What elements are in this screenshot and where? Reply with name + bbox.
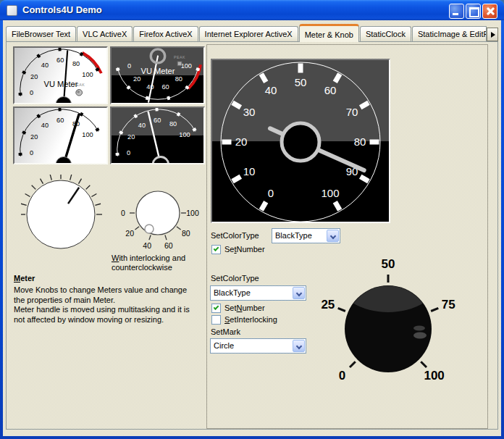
svg-text:0: 0 [339,369,345,382]
setinterlocking-label[interactable]: SetInterlocking [224,315,277,324]
app-icon [7,5,17,16]
svg-text:60: 60 [324,84,337,96]
setnumber-label-meter[interactable]: SetNumber [224,245,265,254]
svg-text:40: 40 [41,122,49,129]
svg-text:80: 80 [182,229,190,238]
combo-value: Circle [214,341,234,350]
svg-text:0: 0 [127,62,131,70]
svg-text:20: 20 [235,135,248,148]
close-button[interactable] [482,4,497,19]
svg-text:20: 20 [133,75,140,83]
svg-text:100: 100 [321,187,339,199]
svg-text:60: 60 [161,83,169,91]
svg-text:80: 80 [72,60,80,67]
setnumber-checkbox-knob[interactable] [211,304,221,313]
svg-text:VU Meter: VU Meter [140,67,175,75]
main-knob[interactable]: 0255075100 [316,259,471,401]
meter-light: 020406080100 [13,106,108,164]
maximize-button[interactable] [466,4,481,19]
svg-text:0: 0 [30,149,33,156]
check-icon [214,304,219,310]
vu-meter-light: 020406080100VU MeterPEAK [13,46,108,104]
setnumber-checkbox-meter[interactable] [211,245,221,254]
meter-dark: 020406080100 [110,106,205,164]
svg-text:80: 80 [175,75,182,83]
client-area: FileBrowser TextVLC ActiveXFirefox Activ… [3,20,501,436]
tab-staticclock[interactable]: StaticClock [360,26,411,42]
svg-text:100: 100 [424,369,444,382]
knob-interlocking[interactable]: 020406080100 [109,183,207,256]
svg-text:40: 40 [41,62,49,69]
setcolortype-label-knob: SetColorType [211,274,259,283]
svg-text:10: 10 [243,165,256,177]
setcolortype-label-meter: SetColorType [211,231,259,240]
setmark-label: SetMark [211,327,240,336]
tab-vlc-activex[interactable]: VLC ActiveX [77,26,133,42]
tab-firefox-activex[interactable]: Firefox ActiveX [133,26,198,42]
svg-text:25: 25 [321,298,335,312]
svg-text:80: 80 [354,135,366,148]
knob-grip-mark [413,333,427,339]
svg-text:70: 70 [346,106,358,118]
svg-text:60: 60 [154,117,161,124]
svg-text:30: 30 [243,106,256,118]
setcolortype-combo-meter[interactable]: BlackType [272,228,340,243]
window-title: Controls4U Demo [22,4,102,15]
svg-text:0: 0 [127,149,130,156]
main-meter: 0102030405060708090100 [211,59,390,223]
svg-text:80: 80 [169,120,177,127]
svg-text:PEAK: PEAK [174,55,185,59]
knob-plain[interactable] [21,175,105,256]
setinterlocking-checkbox[interactable] [211,315,221,325]
svg-text:60: 60 [164,241,173,250]
right-arrow-icon [491,32,495,38]
combo-value: BlackType [275,231,312,240]
vu-meter-dark-inverted: 020406080100VU MeterPEAK [110,46,205,104]
tab-filebrowser-text[interactable]: FileBrowser Text [6,26,76,42]
svg-text:100: 100 [82,131,93,138]
svg-text:40: 40 [143,241,151,250]
meter-description: Move Knobs to change Meters value and ch… [14,285,208,325]
svg-text:100: 100 [181,62,192,70]
meter-heading: Meter [14,274,35,283]
svg-text:20: 20 [30,133,38,141]
svg-text:20: 20 [127,133,135,141]
tab-meter-knob[interactable]: Meter & Knob [299,24,359,42]
minimize-button[interactable] [449,4,464,19]
svg-text:0: 0 [121,209,125,217]
svg-text:20: 20 [30,73,38,80]
setmark-combo[interactable]: Circle [210,338,306,354]
svg-text:40: 40 [138,122,146,129]
svg-text:40: 40 [265,84,277,96]
knob-grip-mark [413,326,425,331]
svg-text:20: 20 [125,229,134,238]
tab-staticimage-editfile-i[interactable]: StaticImage & EditFile/I [412,26,487,42]
app-window: Controls4U Demo FileBrowser TextVLC Acti… [0,0,504,439]
svg-text:0: 0 [268,187,274,199]
svg-text:60: 60 [56,117,64,124]
tab-internet-explorer-activex[interactable]: Internet Explorer ActiveX [199,26,298,42]
tab-bar: FileBrowser TextVLC ActiveXFirefox Activ… [6,24,487,42]
combo-value: BlackType [214,288,251,297]
svg-text:100: 100 [186,209,199,217]
title-bar[interactable]: Controls4U Demo [0,0,504,20]
svg-text:60: 60 [56,57,64,64]
svg-text:100: 100 [82,71,93,78]
svg-text:PEAK: PEAK [73,83,85,87]
svg-text:50: 50 [382,259,395,271]
knob-caption: With interlocking and counterclockwise [112,254,217,272]
svg-text:100: 100 [179,131,190,138]
setnumber-label-knob[interactable]: SetNumber [224,304,265,312]
svg-text:0: 0 [30,89,33,96]
svg-text:75: 75 [442,298,455,312]
check-icon [214,246,219,251]
knob-marker [145,225,154,233]
svg-text:50: 50 [295,76,307,88]
tab-scroll-right-button[interactable] [487,28,498,41]
tab-page-meter-knob: 020406080100VU MeterPEAK 020406080100VU … [6,41,498,430]
setcolortype-combo-knob[interactable]: BlackType [210,285,306,301]
